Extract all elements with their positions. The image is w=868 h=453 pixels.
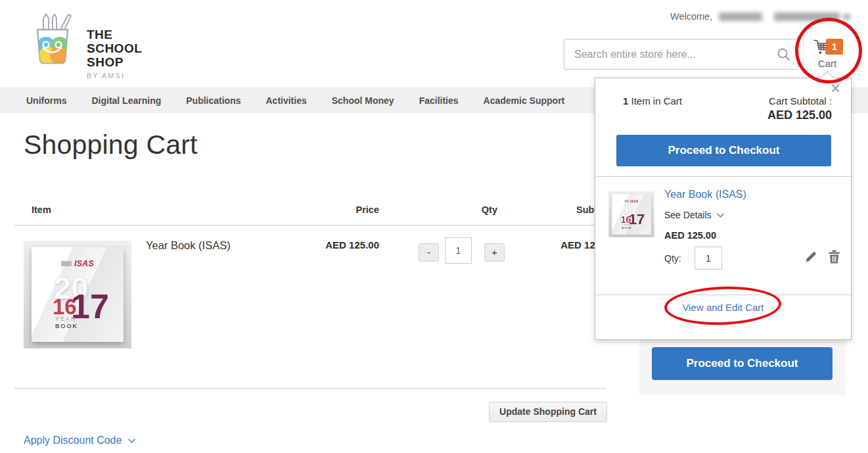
redacted-customer-name xyxy=(719,12,762,21)
view-and-edit-cart-link[interactable]: View and Edit Cart xyxy=(595,302,851,313)
isas-logo-text: ISAS xyxy=(74,259,94,268)
nav-item-digital-learning[interactable]: Digital Learning xyxy=(91,95,161,106)
yearbook-cover-art-thumb: ISAS 20 16 17 YEAR BOOK xyxy=(612,194,651,234)
cart-item-price: AED 125.00 xyxy=(283,239,379,250)
minicart-qty-label: Qty: xyxy=(664,253,681,264)
cart-count-badge: 1 xyxy=(826,39,843,55)
minicart-qty-input[interactable] xyxy=(695,247,722,270)
qty-increase-button[interactable]: + xyxy=(484,243,505,262)
column-header-price: Price xyxy=(283,204,379,215)
site-header: THE SCHOOL SHOP BY AMSI Welcome, xyxy=(0,0,868,87)
minicart-toggle-button[interactable]: 1 Cart xyxy=(803,34,863,74)
nav-item-school-money[interactable]: School Money xyxy=(332,95,394,106)
store-logo-text: THE SCHOOL SHOP BY AMSI xyxy=(87,12,142,80)
search-icon[interactable] xyxy=(777,47,791,64)
nav-item-academic-support[interactable]: Academic Support xyxy=(484,95,565,106)
welcome-label: Welcome, xyxy=(670,11,712,22)
chevron-down-icon xyxy=(128,436,135,443)
edit-item-icon[interactable] xyxy=(804,250,817,266)
delete-item-icon[interactable] xyxy=(828,250,840,266)
minicart-subtotal-label: Cart Subtotal : xyxy=(769,95,832,107)
table-header-divider xyxy=(14,225,606,226)
proceed-to-checkout-button[interactable]: Proceed to Checkout xyxy=(652,347,833,380)
minicart-see-details-toggle[interactable]: See Details xyxy=(664,210,722,220)
minicart-subtotal-value: AED 125.00 xyxy=(767,108,832,122)
minicart-divider xyxy=(595,295,851,295)
apply-discount-code-toggle[interactable]: Apply Discount Code xyxy=(24,435,133,446)
page-title: Shopping Cart xyxy=(24,130,198,160)
table-bottom-divider xyxy=(14,388,606,389)
redacted-account-menu[interactable] xyxy=(774,12,840,21)
search-input[interactable] xyxy=(564,39,798,69)
close-icon[interactable]: × xyxy=(831,80,840,97)
column-header-qty: Qty xyxy=(427,204,497,215)
product-image[interactable]: ISAS 20 16 17 YEAR BOOK xyxy=(24,241,131,348)
nav-item-activities[interactable]: Activities xyxy=(265,95,306,106)
cart-item-name[interactable]: Year Book (ISAS) xyxy=(146,239,231,252)
logo-line-3: SHOP xyxy=(87,55,142,69)
minicart-item-count: 1 Item in Cart xyxy=(623,95,682,107)
update-shopping-cart-button[interactable]: Update Shopping Cart xyxy=(489,402,607,422)
nav-item-publications[interactable]: Publications xyxy=(186,95,240,106)
yearbook-cover-art: ISAS 20 16 17 YEAR BOOK xyxy=(32,247,124,342)
store-logo[interactable]: THE SCHOOL SHOP BY AMSI xyxy=(28,12,142,80)
welcome-greeting: Welcome, xyxy=(670,11,850,22)
minicart-proceed-to-checkout-button[interactable]: Proceed to Checkout xyxy=(616,135,831,166)
isas-logo-block xyxy=(61,261,72,266)
nav-item-facilities[interactable]: Facilities xyxy=(419,95,459,106)
nav-item-uniforms[interactable]: Uniforms xyxy=(26,95,66,106)
column-header-item: Item xyxy=(32,204,51,215)
school-shop-logo-icon xyxy=(28,12,78,67)
chevron-down-icon xyxy=(716,210,723,218)
cart-label: Cart xyxy=(804,58,851,69)
minicart-product-thumbnail[interactable]: ISAS 20 16 17 YEAR BOOK xyxy=(608,191,654,237)
minicart-product-name-link[interactable]: Year Book (ISAS) xyxy=(664,189,746,201)
minicart-dropdown: × 1 Item in Cart Cart Subtotal : AED 125… xyxy=(595,78,852,340)
minicart-divider xyxy=(595,176,851,177)
shopping-cart-page: THE SCHOOL SHOP BY AMSI Welcome, xyxy=(0,0,868,453)
qty-decrease-button[interactable]: - xyxy=(419,243,439,262)
minicart-product-price: AED 125.00 xyxy=(664,230,716,241)
logo-line-1: THE xyxy=(87,28,142,41)
logo-line-2: SCHOOL xyxy=(87,41,142,55)
search-box xyxy=(564,39,798,70)
qty-input[interactable] xyxy=(445,237,472,264)
redacted-account-caret[interactable] xyxy=(843,14,850,20)
logo-byline: BY AMSI xyxy=(87,72,142,80)
